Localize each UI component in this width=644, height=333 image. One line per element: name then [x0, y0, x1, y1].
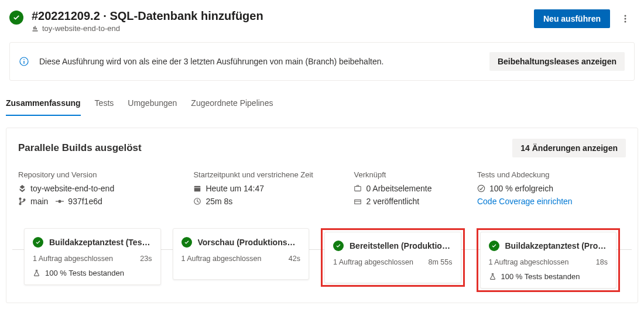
svg-point-9: [59, 200, 61, 202]
commit-link[interactable]: 937f1e6d: [68, 197, 102, 206]
repo-icon: [18, 184, 26, 193]
calendar-icon: [193, 184, 201, 193]
tests-label: Tests und Abdeckung: [477, 170, 626, 179]
svg-rect-14: [355, 187, 361, 191]
elapsed-text: 25m 8s: [205, 197, 232, 206]
tab-tests[interactable]: Tests: [88, 92, 121, 116]
repo-link[interactable]: toy-website-end-to-end: [18, 184, 181, 193]
stage-subline: 1 Auftrag abgeschlossen42s: [181, 255, 301, 263]
svg-point-5: [23, 59, 25, 60]
stage-tests: 100 % Tests bestanden: [489, 272, 608, 281]
run-title: #20221209.2 · SQL-Datenbank hinzufügen: [32, 9, 534, 23]
svg-rect-12: [194, 186, 201, 192]
pipeline-name-row[interactable]: toy-website-end-to-end: [32, 24, 534, 33]
show-changes-button[interactable]: 14 Änderungen anzeigen: [512, 139, 626, 157]
svg-rect-15: [355, 200, 361, 204]
branch-link[interactable]: main: [30, 197, 48, 206]
stage-subline: 1 Auftrag abgeschlossen18s: [489, 258, 608, 266]
repo-label: Repository und Version: [18, 170, 181, 179]
pipeline-name: toy-website-end-to-end: [42, 24, 120, 33]
tests-result-text: 100 % erfolgreich: [489, 184, 553, 193]
tab-environments[interactable]: Umgebungen: [121, 92, 184, 116]
stage-3[interactable]: Buildakzeptanztest (Prod… 1 Auftrag abge…: [477, 228, 621, 292]
stage-subline: 1 Auftrag abgeschlossen8m 55s: [333, 258, 453, 266]
retention-banner: Diese Ausführung wird von als eine der 3…: [9, 42, 635, 81]
time-label: Startzeitpunkt und verstrichene Zeit: [193, 170, 342, 179]
branch-icon: [18, 197, 26, 205]
svg-point-0: [625, 15, 626, 17]
related-label: Verknüpft: [354, 170, 465, 179]
retention-message: Diese Ausführung wird von als eine der 3…: [39, 57, 479, 66]
tab-pipelines[interactable]: Zugeordnete Pipelines: [184, 92, 280, 116]
stage-title: Vorschau (Produktions…: [198, 238, 301, 247]
started-text: Heute um 14:47: [205, 184, 264, 193]
clock-icon: [193, 197, 201, 205]
stage-2[interactable]: Bereitstellen (Produktion… 1 Auftrag abg…: [321, 228, 465, 287]
stage-subline: 1 Auftrag abgeschlossen23s: [33, 255, 152, 263]
stage-status-success-icon: [33, 237, 43, 248]
svg-point-8: [23, 199, 25, 201]
stage-title: Bereitstellen (Produktion…: [350, 241, 453, 250]
svg-point-16: [478, 185, 484, 191]
svg-point-2: [625, 21, 626, 23]
svg-point-7: [19, 203, 21, 205]
stage-title: Buildakzeptanztest (Test…: [49, 238, 152, 247]
svg-point-6: [19, 198, 21, 200]
flask-icon: [33, 269, 40, 277]
repo-name: toy-website-end-to-end: [30, 184, 114, 193]
coverage-link[interactable]: Code Coverage einrichten: [477, 197, 573, 206]
show-leases-button[interactable]: Beibehaltungsleases anzeigen: [489, 52, 625, 71]
more-actions-button[interactable]: [616, 9, 635, 28]
published-text: 2 veröffentlicht: [366, 197, 419, 206]
elapsed-row: 25m 8s: [193, 197, 342, 206]
run-status-success-icon: [9, 11, 23, 25]
stage-title: Buildakzeptanztest (Prod…: [505, 241, 608, 250]
workitems-text: 0 Arbeitselemente: [366, 184, 431, 193]
stages-strip: Buildakzeptanztest (Test… 1 Auftrag abge…: [6, 214, 638, 296]
tests-result-row[interactable]: 100 % erfolgreich: [477, 184, 626, 193]
rerun-button[interactable]: Neu ausführen: [534, 9, 610, 28]
workitem-icon: [354, 184, 362, 193]
started-row: Heute um 14:47: [193, 184, 342, 193]
published-row[interactable]: 2 veröffentlicht: [354, 197, 465, 206]
info-icon: [19, 57, 29, 66]
artifact-icon: [354, 197, 362, 205]
stage-tests: 100 % Tests bestanden: [33, 269, 152, 277]
svg-point-1: [625, 18, 626, 20]
tabs: Zusammenfassung Tests Umgebungen Zugeord…: [0, 92, 644, 116]
card-title: Parallele Builds ausgelöst: [18, 142, 512, 154]
stage-1[interactable]: Vorschau (Produktions… 1 Auftrag abgesch…: [173, 228, 310, 280]
success-icon: [477, 184, 485, 193]
stage-status-success-icon: [489, 241, 499, 251]
commit-icon: [56, 197, 64, 205]
stage-status-success-icon: [181, 237, 192, 248]
flask-icon: [489, 273, 496, 280]
stage-status-success-icon: [333, 241, 344, 251]
stage-0[interactable]: Buildakzeptanztest (Test… 1 Auftrag abge…: [24, 228, 161, 285]
tab-summary[interactable]: Zusammenfassung: [6, 92, 81, 116]
workitems-row[interactable]: 0 Arbeitselemente: [354, 184, 465, 193]
pipeline-icon: [32, 25, 39, 32]
